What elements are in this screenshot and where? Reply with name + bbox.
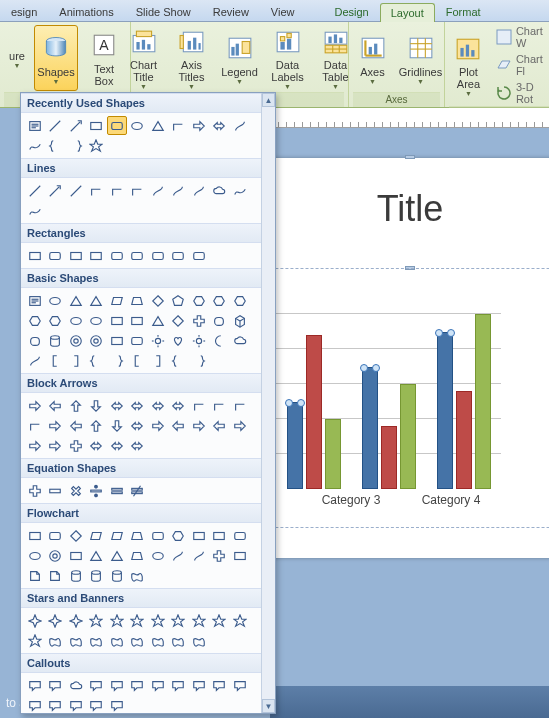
shape-basic34[interactable] [46, 351, 66, 370]
shape-callout1[interactable] [46, 676, 66, 695]
shape-flow7[interactable] [169, 526, 189, 545]
shape-star3[interactable] [87, 611, 107, 630]
shape-star5[interactable] [128, 611, 148, 630]
shape-basic26[interactable] [107, 331, 127, 350]
shape-star17[interactable] [148, 631, 168, 650]
shape-arrow22[interactable] [25, 436, 45, 455]
shape-arrow15[interactable] [107, 416, 127, 435]
chart-floor-button[interactable]: Chart Fl [492, 52, 549, 78]
shape-elbowdbl[interactable] [128, 181, 148, 200]
shape-rect[interactable] [25, 246, 45, 265]
shape-snip2[interactable] [87, 246, 107, 265]
shape-basic20[interactable] [210, 311, 230, 330]
shape-rounddiag[interactable] [189, 246, 209, 265]
shape-flow14[interactable] [87, 546, 107, 565]
shape-callout9[interactable] [210, 676, 230, 695]
tab-chart-design[interactable]: Design [324, 2, 380, 21]
tab-chart-layout[interactable]: Layout [380, 3, 435, 22]
shape-basic15[interactable] [107, 311, 127, 330]
shape-callout5[interactable] [128, 676, 148, 695]
shape-star18[interactable] [169, 631, 189, 650]
shape-basic41[interactable] [189, 351, 209, 370]
shape-callout10[interactable] [230, 676, 250, 695]
shape-flow9[interactable] [210, 526, 230, 545]
shape-star11[interactable] [25, 631, 45, 650]
placeholder-handle[interactable] [405, 155, 415, 159]
scroll-down-icon[interactable]: ▼ [262, 699, 275, 713]
shape-flow22[interactable] [25, 566, 45, 585]
shape-callout0[interactable] [25, 676, 45, 695]
shape-callout3[interactable] [87, 676, 107, 695]
shape-roundrect[interactable] [107, 116, 127, 135]
shape-callout2[interactable] [66, 676, 86, 695]
shape-textbox[interactable] [25, 116, 45, 135]
shape-callout14[interactable] [87, 696, 107, 713]
shape-flow4[interactable] [107, 526, 127, 545]
horizontal-ruler[interactable] [270, 108, 549, 128]
shape-star10[interactable] [230, 611, 250, 630]
shape-basic35[interactable] [66, 351, 86, 370]
shape-callout4[interactable] [107, 676, 127, 695]
shape-star4[interactable] [107, 611, 127, 630]
rotation-button[interactable]: 3-D Rot [492, 80, 549, 106]
tab-view[interactable]: View [260, 2, 306, 21]
shape-flow5[interactable] [128, 526, 148, 545]
shape-flow13[interactable] [66, 546, 86, 565]
shape-arrow10[interactable] [230, 396, 250, 415]
shape-arrow17[interactable] [148, 416, 168, 435]
shape-eq[interactable] [107, 481, 127, 500]
shape-basic19[interactable] [189, 311, 209, 330]
shape-div[interactable] [87, 481, 107, 500]
shape-basic21[interactable] [230, 311, 250, 330]
shape-snip1[interactable] [66, 246, 86, 265]
bar[interactable] [325, 419, 341, 489]
bar[interactable] [381, 426, 397, 489]
shape-callout8[interactable] [189, 676, 209, 695]
shape-star7[interactable] [169, 611, 189, 630]
bar[interactable] [437, 332, 453, 490]
shape-arrow0[interactable] [25, 396, 45, 415]
shape-basic9[interactable] [210, 291, 230, 310]
shape-rect[interactable] [87, 116, 107, 135]
shape-callout7[interactable] [169, 676, 189, 695]
shape-flow20[interactable] [210, 546, 230, 565]
gridlines-button[interactable]: Gridlines▼ [399, 25, 443, 91]
shape-flow2[interactable] [66, 526, 86, 545]
shape-arrow18[interactable] [169, 416, 189, 435]
shape-star15[interactable] [107, 631, 127, 650]
shape-arrow16[interactable] [128, 416, 148, 435]
shape-free[interactable] [25, 136, 45, 155]
shape-curly[interactable] [46, 136, 66, 155]
shape-elbow[interactable] [87, 181, 107, 200]
shape-lrarrow[interactable] [210, 116, 230, 135]
bar[interactable] [456, 391, 472, 489]
shape-conn[interactable] [230, 116, 250, 135]
plot-area-button[interactable]: Plot Area▼ [449, 32, 488, 98]
shape-arrow21[interactable] [230, 416, 250, 435]
shape-snipround[interactable] [107, 246, 127, 265]
shape-basic22[interactable] [25, 331, 45, 350]
shape-basic2[interactable] [66, 291, 86, 310]
shape-flow0[interactable] [25, 526, 45, 545]
shape-flow10[interactable] [230, 526, 250, 545]
shape-flow27[interactable] [128, 566, 148, 585]
shape-basic18[interactable] [169, 311, 189, 330]
shape-dblarrow[interactable] [66, 181, 86, 200]
shape-flow8[interactable] [189, 526, 209, 545]
shape-basic39[interactable] [148, 351, 168, 370]
shape-basic11[interactable] [25, 311, 45, 330]
shape-basic14[interactable] [87, 311, 107, 330]
shape-elbow[interactable] [169, 116, 189, 135]
shape-basic6[interactable] [148, 291, 168, 310]
shape-basic0[interactable] [25, 291, 45, 310]
gallery-scrollbar[interactable]: ▲ ▼ [261, 93, 275, 713]
shape-flow24[interactable] [66, 566, 86, 585]
shape-basic5[interactable] [128, 291, 148, 310]
shape-roundrect[interactable] [46, 246, 66, 265]
shape-arrow3[interactable] [87, 396, 107, 415]
shape-flow1[interactable] [46, 526, 66, 545]
shape-curve[interactable] [148, 181, 168, 200]
shape-basic7[interactable] [169, 291, 189, 310]
shapes-button[interactable]: Shapes▼ [34, 25, 78, 91]
shape-callout11[interactable] [25, 696, 45, 713]
